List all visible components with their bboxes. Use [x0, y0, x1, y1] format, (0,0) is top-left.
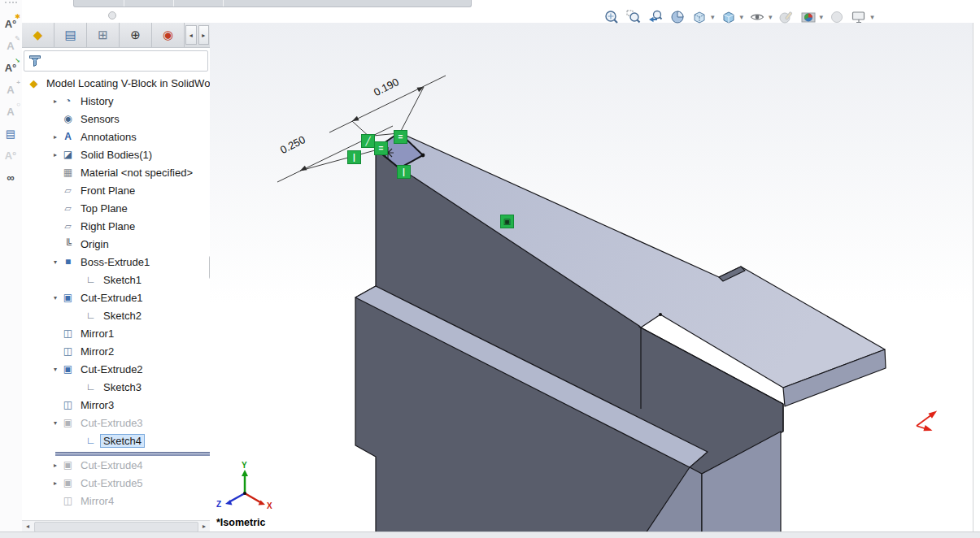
- part-icon: ◆: [27, 77, 41, 89]
- panel-tab[interactable]: ▤: [54, 23, 87, 47]
- zoom-to-area-icon[interactable]: [625, 9, 642, 25]
- section-view-icon[interactable]: [669, 9, 686, 25]
- toolbar-grip[interactable]: [5, 2, 17, 11]
- sketch-relation-badge[interactable]: ▣: [500, 215, 514, 228]
- tree-item[interactable]: ∟ Sketch3: [22, 378, 210, 396]
- expand-arrow-icon[interactable]: ▸: [50, 151, 61, 158]
- tree-item-label: Cut-Extrude3: [78, 417, 146, 429]
- toolbar-icon[interactable]: A ✎: [1, 36, 20, 55]
- tree-item[interactable]: ╚ Origin: [22, 235, 210, 253]
- sketch-relation-badge[interactable]: =: [374, 141, 388, 155]
- feature-tree: ◆ Model Locating V-Block in SolidWorks ▸…: [22, 74, 210, 510]
- expand-arrow-icon[interactable]: ▸: [50, 133, 61, 141]
- edit-appearance-icon[interactable]: [778, 9, 795, 25]
- view-orientation-icon[interactable]: [721, 9, 737, 25]
- expand-arrow-icon[interactable]: ▾: [50, 366, 61, 373]
- feature-icon: ∟: [84, 435, 98, 446]
- tree-item[interactable]: ◉ Sensors: [22, 110, 210, 128]
- expand-arrow-icon[interactable]: ▸: [50, 462, 61, 469]
- hide-show-caret[interactable]: [769, 13, 773, 21]
- feature-icon: ◫: [61, 345, 75, 357]
- toolbar-icon[interactable]: A° ✱: [1, 14, 20, 33]
- tree-root-item[interactable]: ◆ Model Locating V-Block in SolidWorks: [22, 74, 210, 92]
- feature-icon: ▱: [61, 203, 75, 214]
- panel-tab[interactable]: ⊞: [87, 23, 120, 47]
- triad-y-label: Y: [242, 461, 247, 470]
- feature-icon: ▣: [61, 477, 75, 488]
- tree-item[interactable]: ▾ ■ Boss-Extrude1: [22, 253, 210, 271]
- tree-item[interactable]: ◫ Mirror3: [22, 396, 210, 414]
- sketch-relation-badge[interactable]: |: [397, 165, 411, 179]
- model-vertex-point[interactable]: [659, 313, 662, 316]
- filter-funnel-icon: [28, 54, 41, 67]
- scroll-left-arrow-icon[interactable]: [22, 521, 33, 531]
- feature-icon: ◔: [61, 95, 75, 106]
- tree-item[interactable]: ▸ ▣ Cut-Extrude4: [22, 456, 210, 474]
- tab-divider: [223, 0, 224, 7]
- previous-view-icon[interactable]: [647, 9, 664, 25]
- feature-icon: ∟: [84, 381, 98, 393]
- expand-arrow-icon[interactable]: ▾: [50, 419, 61, 427]
- tree-item-label: Cut-Extrude5: [78, 477, 146, 489]
- feature-icon: ▣: [61, 363, 75, 375]
- expand-arrow-icon[interactable]: ▾: [50, 294, 61, 302]
- tree-item-label: Material <not specified>: [78, 167, 195, 179]
- commandmanager-tab-strip[interactable]: [73, 0, 472, 7]
- display-style-caret[interactable]: [711, 13, 715, 21]
- sketch-relation-badge[interactable]: ╱: [361, 134, 375, 148]
- panel-tab[interactable]: ◉: [152, 23, 185, 47]
- expand-arrow-icon[interactable]: ▸: [50, 479, 61, 487]
- tree-item[interactable]: ▾ ▣ Cut-Extrude2: [22, 360, 210, 378]
- expand-arrow-icon[interactable]: ▸: [50, 98, 61, 105]
- sketch-relation-badge[interactable]: |: [347, 150, 361, 164]
- tree-item[interactable]: ▱ Top Plane: [22, 199, 210, 217]
- toolbar-icon[interactable]: A ○: [1, 102, 20, 121]
- tree-item[interactable]: ∟ Sketch4: [22, 432, 210, 449]
- toolbar-icon[interactable]: A°: [1, 145, 20, 165]
- view-orientation-caret[interactable]: [740, 13, 744, 21]
- zoom-to-fit-icon[interactable]: [603, 9, 620, 25]
- tree-item[interactable]: ▸ ◪ Solid Bodies(1): [22, 145, 210, 163]
- tree-item[interactable]: ▸ ◔ History: [22, 92, 210, 110]
- tree-item[interactable]: ▾ ▣ Cut-Extrude3: [22, 414, 210, 432]
- apply-scene-caret[interactable]: [820, 13, 824, 21]
- tree-item-label: Mirror2: [78, 345, 116, 358]
- toolbar-icon[interactable]: ∞: [1, 167, 20, 187]
- sketch-endpoint[interactable]: [421, 154, 425, 158]
- panel-tab-scroll-right[interactable]: ▸: [198, 25, 210, 45]
- display-style-icon[interactable]: [691, 9, 708, 25]
- tree-filter-box[interactable]: [24, 50, 208, 72]
- tree-item[interactable]: ∟ Sketch2: [22, 306, 210, 324]
- toolbar-icon[interactable]: A +: [1, 80, 20, 99]
- tree-root-label: Model Locating V-Block in SolidWorks: [44, 77, 211, 89]
- tree-item[interactable]: ▱ Right Plane: [22, 217, 210, 235]
- tree-item[interactable]: ▱ Front Plane: [22, 181, 210, 199]
- hide-show-items-icon[interactable]: [749, 9, 765, 25]
- tree-item[interactable]: ◫ Mirror1: [22, 324, 210, 342]
- panel-tab[interactable]: ◆: [22, 23, 54, 47]
- view-settings-icon[interactable]: [829, 9, 845, 25]
- tree-item[interactable]: ◫ Mirror2: [22, 342, 210, 360]
- tree-item[interactable]: ▦ Material <not specified>: [22, 163, 210, 181]
- sketch-relation-badge[interactable]: =: [394, 130, 407, 144]
- camera-view-icon[interactable]: [851, 9, 867, 25]
- panel-collapse-dot[interactable]: [108, 11, 116, 20]
- tree-item[interactable]: ◫ Mirror4: [22, 492, 210, 510]
- apply-scene-icon[interactable]: [800, 9, 817, 25]
- scroll-right-arrow-icon[interactable]: [198, 521, 210, 531]
- graphics-viewport[interactable]: 0.190 0.250 Y X Z: [210, 23, 973, 531]
- tree-item[interactable]: ∟ Sketch1: [22, 271, 210, 289]
- headsup-view-toolbar: [603, 7, 874, 28]
- tree-item[interactable]: ▾ ▣ Cut-Extrude1: [22, 289, 210, 306]
- panel-tab[interactable]: ⊕: [120, 23, 152, 47]
- toolbar-icon[interactable]: ▤: [1, 124, 20, 143]
- panel-tab-scroll-left[interactable]: ◂: [185, 25, 197, 45]
- toolbar-icon[interactable]: A° ➘: [1, 58, 20, 77]
- tree-item[interactable]: [22, 449, 210, 456]
- tree-item[interactable]: ▸ ▣ Cut-Extrude5: [22, 474, 210, 492]
- panel-horizontal-scrollbar[interactable]: [22, 520, 211, 532]
- camera-view-caret[interactable]: [870, 13, 874, 21]
- expand-arrow-icon[interactable]: ▾: [50, 258, 61, 266]
- tree-item[interactable]: ▸ A Annotations: [22, 128, 210, 145]
- feature-icon: ∟: [84, 274, 98, 285]
